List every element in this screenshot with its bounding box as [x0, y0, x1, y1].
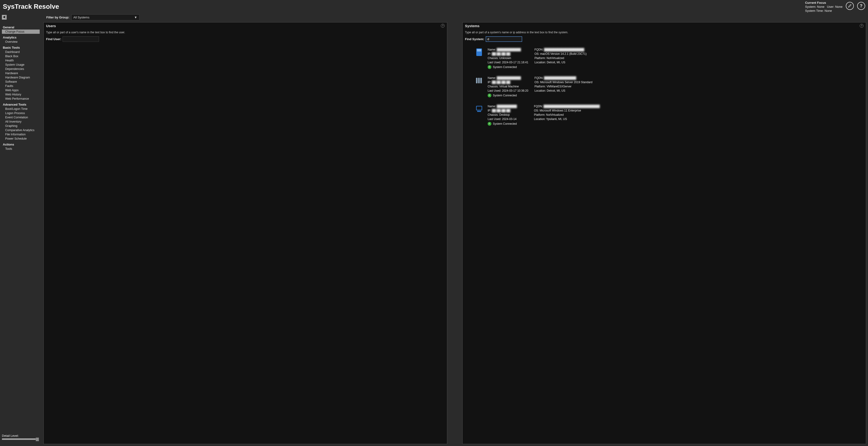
group-select[interactable]: All Systems ▼: [71, 14, 140, 20]
users-panel-title: Users: [46, 24, 56, 28]
filter-label: Filter by Group:: [46, 15, 69, 19]
sidebar-item[interactable]: Web Performance: [2, 97, 40, 101]
focus-system-label: System:: [805, 5, 816, 8]
sidebar-item[interactable]: Boot/Logon Time: [2, 107, 40, 111]
app-title: SysTrack Resolve: [3, 3, 59, 10]
sidebar-item[interactable]: Faults: [2, 84, 40, 88]
status-text: System Connected: [493, 122, 517, 126]
svg-rect-4: [478, 78, 480, 83]
status-connected-icon: [488, 65, 491, 69]
focus-system-value: None: [817, 5, 824, 8]
svg-rect-7: [477, 111, 481, 112]
device-desktop-icon: [475, 105, 483, 113]
sidebar-item[interactable]: Software: [2, 79, 40, 84]
detail-level-slider[interactable]: [2, 439, 38, 440]
device-mac-icon: [475, 48, 483, 57]
status-text: System Connected: [493, 65, 517, 69]
sidebar: GeneralChange FocusAnalyticsOverviewBasi…: [2, 22, 40, 444]
system-result[interactable]: Name: ████████████IP: ██.██.██.██Chassis…: [465, 73, 864, 102]
systems-panel: Systems Type all or part of a system's n…: [462, 22, 866, 444]
sidebar-item[interactable]: Dependencies: [2, 67, 40, 71]
sidebar-group-title: Basic Tools: [3, 46, 40, 50]
sidebar-item[interactable]: Power Schedule: [2, 136, 40, 141]
sidebar-group-title: Analytics: [3, 36, 40, 39]
group-select-value: All Systems: [73, 15, 90, 19]
sidebar-item[interactable]: Comparative Analytics: [2, 128, 40, 132]
focus-systime-label: System Time:: [805, 9, 824, 12]
sidebar-item[interactable]: All Inventory: [2, 120, 40, 124]
sidebar-item[interactable]: Event Correlation: [2, 115, 40, 120]
sidebar-item[interactable]: Hardware Diagram: [2, 75, 40, 79]
chevron-left-bar-icon: ⮜: [3, 15, 6, 19]
sidebar-item[interactable]: File Information: [2, 132, 40, 136]
current-focus-block: Current Focus System: None User: None Sy…: [805, 1, 842, 13]
status-text: System Connected: [493, 93, 517, 98]
svg-rect-3: [476, 78, 478, 83]
help-button[interactable]: ?: [857, 2, 865, 10]
sidebar-item[interactable]: Health: [2, 58, 40, 63]
focus-user-value: None: [835, 5, 842, 8]
focus-user-label: User:: [827, 5, 834, 8]
sidebar-item[interactable]: Logon Process: [2, 111, 40, 115]
find-system-label: Find System:: [465, 37, 484, 41]
device-server-icon: [475, 76, 483, 85]
sidebar-collapse-button[interactable]: ⮜: [2, 15, 7, 20]
slider-thumb-icon: [36, 438, 39, 441]
systems-panel-title: Systems: [465, 24, 479, 28]
sidebar-group-title: General: [3, 26, 40, 29]
find-system-input[interactable]: [486, 36, 522, 42]
users-panel: Users Type all or part of a user's name …: [43, 22, 447, 444]
systems-panel-help[interactable]: [860, 24, 864, 28]
sidebar-item[interactable]: Overview: [2, 40, 40, 44]
users-hint: Type all or part of a user's name in the…: [46, 31, 445, 34]
sidebar-item[interactable]: Web Apps: [2, 88, 40, 92]
system-result[interactable]: Name: ████████████IP: ██.██.██.██Chassis…: [465, 45, 864, 73]
sidebar-group-title: Advanced Tools: [3, 103, 40, 106]
systems-hint: Type all or part of a system's name or i…: [465, 31, 864, 34]
status-connected-icon: [488, 122, 491, 126]
detail-level-label: Detail Level:: [2, 434, 40, 438]
focus-systime-value: None: [825, 9, 832, 12]
svg-rect-6: [476, 106, 482, 110]
sidebar-item[interactable]: Web History: [2, 92, 40, 97]
system-result[interactable]: Name: ██████████IP: ██.██.██.██Chassis: …: [465, 102, 864, 130]
sidebar-item[interactable]: Black Box: [2, 54, 40, 58]
current-focus-title: Current Focus: [805, 1, 842, 5]
status-connected-icon: [488, 94, 491, 97]
sidebar-item[interactable]: Dashboard: [2, 50, 40, 54]
sidebar-item[interactable]: Hardware: [2, 71, 40, 75]
sidebar-item[interactable]: Graphing: [2, 124, 40, 128]
pencil-icon: [848, 4, 852, 8]
chevron-down-icon: ▼: [134, 15, 137, 19]
sidebar-group-title: Actions: [3, 143, 40, 146]
sidebar-item[interactable]: System Usage: [2, 63, 40, 67]
svg-rect-2: [477, 51, 481, 51]
svg-rect-5: [480, 78, 482, 83]
sidebar-item[interactable]: Change Focus: [2, 30, 40, 34]
users-panel-help[interactable]: [441, 24, 445, 28]
find-user-label: Find User:: [46, 37, 61, 41]
edit-button[interactable]: [846, 2, 854, 10]
question-icon: ?: [860, 4, 863, 8]
svg-rect-1: [477, 50, 481, 50]
sidebar-item[interactable]: Tools: [2, 147, 40, 151]
find-user-input[interactable]: [63, 36, 99, 42]
